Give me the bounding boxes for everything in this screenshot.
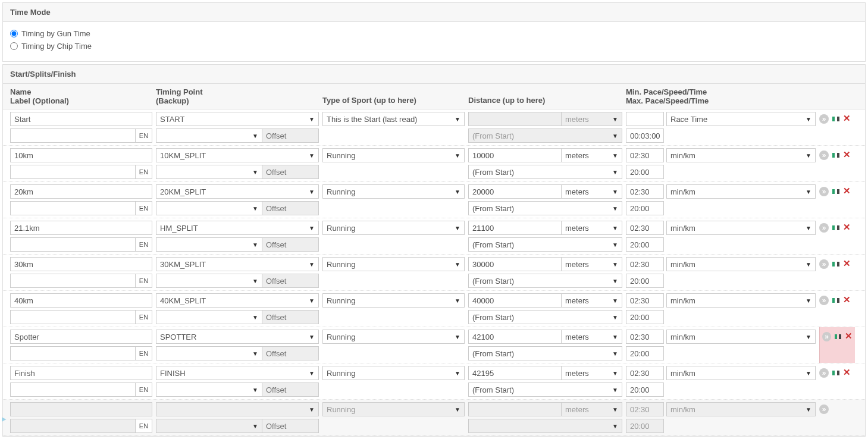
timing-point-backup-select[interactable]: ▼ [156, 165, 262, 179]
distance-input[interactable] [468, 148, 562, 162]
distance-unit-select[interactable]: meters▼ [562, 148, 622, 162]
time-mode-option-chip[interactable]: Timing by Chip Time [10, 42, 858, 51]
pace-unit-select[interactable]: min/km▼ [666, 221, 816, 235]
max-pace-input[interactable] [626, 237, 664, 252]
lang-button[interactable]: EN [136, 382, 152, 397]
label-input[interactable] [10, 310, 136, 324]
timing-point-select[interactable]: 20KM_SPLIT▼ [156, 184, 319, 199]
timing-point-backup-select[interactable]: ▼ [156, 128, 262, 143]
min-pace-input[interactable] [626, 330, 664, 344]
max-pace-input[interactable] [626, 165, 664, 179]
insert-row-icon[interactable] [831, 296, 841, 305]
delete-row-icon[interactable]: ✕ [843, 150, 851, 159]
lang-button[interactable]: EN [136, 165, 152, 179]
row-more-button[interactable]: » [822, 332, 831, 341]
delete-row-icon[interactable]: ✕ [843, 259, 851, 268]
max-pace-input[interactable] [626, 201, 664, 215]
row-more-button[interactable]: » [819, 223, 829, 233]
timing-point-select[interactable]: FINISH▼ [156, 366, 319, 380]
row-more-button[interactable]: » [819, 259, 829, 269]
distance-input[interactable] [468, 366, 562, 380]
distance-input[interactable] [468, 184, 562, 199]
min-pace-input[interactable] [626, 257, 664, 271]
row-more-button[interactable]: » [819, 404, 829, 414]
insert-row-icon[interactable] [831, 187, 841, 196]
timing-point-backup-select[interactable]: ▼ [156, 346, 262, 360]
lang-button[interactable]: EN [136, 274, 152, 288]
lang-button[interactable]: EN [136, 237, 152, 252]
delete-row-icon[interactable]: ✕ [843, 368, 851, 377]
lang-button[interactable]: EN [136, 128, 152, 143]
distance-unit-select[interactable]: meters▼ [562, 221, 622, 235]
name-input[interactable] [10, 330, 152, 344]
label-input[interactable] [10, 346, 136, 360]
distance-input[interactable] [468, 257, 562, 271]
distance-from-select[interactable]: (From Start)▼ [468, 165, 622, 179]
distance-from-select[interactable]: (From Start)▼ [468, 382, 622, 397]
timing-point-select[interactable]: START▼ [156, 112, 319, 126]
delete-row-icon[interactable]: ✕ [843, 187, 851, 195]
delete-row-icon[interactable]: ✕ [843, 223, 851, 231]
min-pace-input[interactable] [626, 148, 664, 162]
min-pace-input[interactable] [626, 112, 664, 126]
time-mode-option-gun[interactable]: Timing by Gun Time [10, 29, 858, 38]
pace-unit-select[interactable]: min/km▼ [666, 330, 816, 344]
distance-unit-select[interactable]: meters▼ [562, 330, 622, 344]
sport-select[interactable]: Running▼ [322, 366, 465, 380]
distance-input[interactable] [468, 221, 562, 235]
pace-unit-select[interactable]: min/km▼ [666, 293, 816, 308]
distance-from-select[interactable]: (From Start)▼ [468, 274, 622, 288]
pace-unit-select[interactable]: min/km▼ [666, 366, 816, 380]
row-more-button[interactable]: » [819, 368, 829, 378]
insert-row-icon[interactable] [833, 332, 842, 341]
name-input[interactable] [10, 112, 152, 126]
min-pace-input[interactable] [626, 293, 664, 308]
name-input[interactable] [10, 257, 152, 271]
label-input[interactable] [10, 128, 136, 143]
insert-row-icon[interactable] [831, 114, 841, 124]
insert-row-icon[interactable] [831, 259, 841, 269]
lang-button[interactable]: EN [136, 310, 152, 324]
timing-point-select[interactable]: SPOTTER▼ [156, 330, 319, 344]
insert-row-icon[interactable] [831, 368, 841, 378]
label-input[interactable] [10, 165, 136, 179]
timing-point-select[interactable]: HM_SPLIT▼ [156, 221, 319, 235]
sport-select[interactable]: This is the Start (last read)▼ [322, 112, 465, 126]
sport-select[interactable]: Running▼ [322, 257, 465, 271]
min-pace-input[interactable] [626, 366, 664, 380]
lang-button[interactable]: EN [136, 346, 152, 360]
label-input[interactable] [10, 274, 136, 288]
distance-from-select[interactable]: (From Start)▼ [468, 310, 622, 324]
distance-unit-select[interactable]: meters▼ [562, 293, 622, 308]
row-more-button[interactable]: » [819, 187, 829, 196]
distance-input[interactable] [468, 293, 562, 308]
distance-unit-select[interactable]: meters▼ [562, 366, 622, 380]
sport-select[interactable]: Running▼ [322, 184, 465, 199]
distance-from-select[interactable]: (From Start)▼ [468, 237, 622, 252]
sport-select[interactable]: Running▼ [322, 221, 465, 235]
name-input[interactable] [10, 184, 152, 199]
distance-unit-select[interactable]: meters▼ [562, 257, 622, 271]
timing-point-backup-select[interactable]: ▼ [156, 201, 262, 215]
timing-point-select[interactable]: 40KM_SPLIT▼ [156, 293, 319, 308]
name-input[interactable] [10, 221, 152, 235]
insert-row-icon[interactable] [831, 150, 841, 160]
timing-point-backup-select[interactable]: ▼ [156, 237, 262, 252]
label-input[interactable] [10, 382, 136, 397]
delete-row-icon[interactable]: ✕ [843, 296, 851, 304]
pace-unit-select[interactable]: min/km▼ [666, 257, 816, 271]
distance-input[interactable] [468, 330, 562, 344]
name-input[interactable] [10, 148, 152, 162]
label-input[interactable] [10, 201, 136, 215]
row-more-button[interactable]: » [819, 296, 829, 305]
timing-point-select[interactable]: 30KM_SPLIT▼ [156, 257, 319, 271]
row-more-button[interactable]: » [819, 150, 829, 160]
pace-unit-select[interactable]: Race Time▼ [666, 112, 816, 126]
lang-button[interactable]: EN [136, 201, 152, 215]
distance-from-select[interactable]: (From Start)▼ [468, 201, 622, 215]
max-pace-input[interactable] [626, 128, 664, 143]
min-pace-input[interactable] [626, 221, 664, 235]
sport-select[interactable]: Running▼ [322, 293, 465, 308]
insert-row-icon[interactable] [831, 223, 841, 233]
timing-point-backup-select[interactable]: ▼ [156, 310, 262, 324]
